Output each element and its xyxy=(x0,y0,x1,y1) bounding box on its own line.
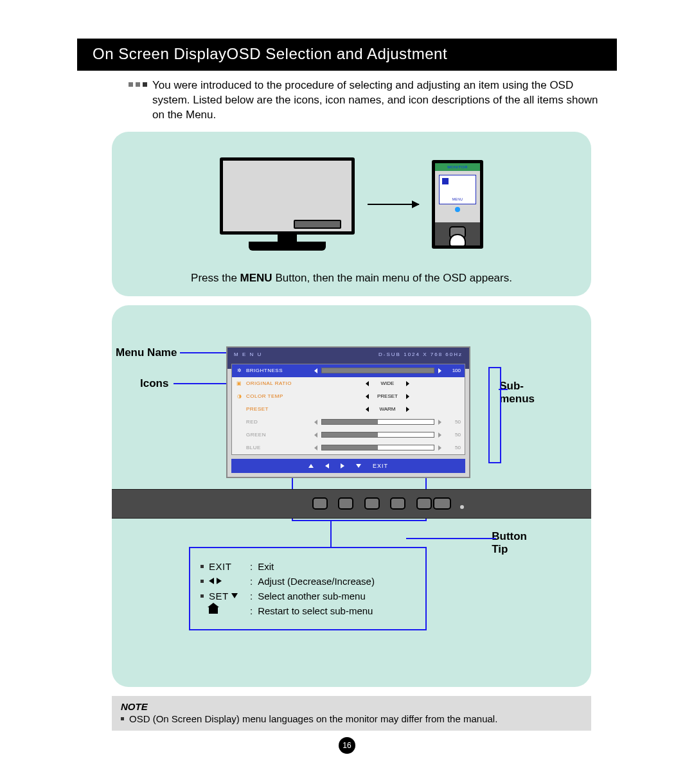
row-name: GREEN xyxy=(246,432,310,438)
arrow-icon xyxy=(368,204,419,205)
panel-osd-layout: Menu Name Icons Sub-menus ButtonTip M E … xyxy=(112,305,591,687)
arrow-up-icon xyxy=(308,464,314,468)
row-name: BLUE xyxy=(246,445,310,450)
row-control xyxy=(314,419,441,425)
intro-bullets-icon xyxy=(129,78,147,87)
row-value: 50 xyxy=(445,419,461,425)
row-icon: ◑ xyxy=(236,393,242,399)
monitor-button-row-icon xyxy=(294,220,341,229)
button-tip-box: EXIT : Exit : Adjust (Decrease/Increase)… xyxy=(189,547,427,630)
panel-press-menu: MONITOR MENU Press the MENU Button, then… xyxy=(112,132,591,296)
grid-icon xyxy=(442,178,449,184)
row-name: COLOR TEMP xyxy=(246,393,310,399)
row-value: 100 xyxy=(445,368,461,373)
row-control: PRESET xyxy=(314,393,461,399)
hardware-button-icon xyxy=(364,497,380,510)
row-icon: ✲ xyxy=(236,368,242,373)
osd-row: PRESETWARM xyxy=(232,403,465,416)
monitor-illustration xyxy=(220,157,355,251)
row-value: PRESET xyxy=(373,393,402,399)
note-block: NOTE OSD (On Screen Display) menu langua… xyxy=(112,696,591,731)
osd-row: GREEN50 xyxy=(232,429,465,441)
hardware-button-icon xyxy=(338,497,353,510)
finger-press-icon xyxy=(449,234,466,247)
osd-signal-info: D-SUB 1024 X 768 60Hz xyxy=(378,352,463,357)
row-control xyxy=(314,445,441,450)
osd-row: ✲BRIGHTNESS100 xyxy=(232,364,465,377)
row-value: 50 xyxy=(445,445,461,450)
row-icon: ▣ xyxy=(236,380,242,386)
row-value: WIDE xyxy=(373,380,402,386)
osd-footer-controls: EXIT xyxy=(231,459,465,473)
monitor-bezel xyxy=(112,489,591,519)
hardware-button-icon xyxy=(312,497,328,510)
row-name: BRIGHTNESS xyxy=(246,368,310,373)
press-instruction: Press the MENU Button, then the main men… xyxy=(126,272,577,285)
row-control xyxy=(314,432,441,438)
power-led-icon xyxy=(460,505,464,509)
home-icon xyxy=(209,607,218,614)
row-name: RED xyxy=(246,419,310,425)
tip-exit-value: Exit xyxy=(258,561,274,572)
row-control: WARM xyxy=(314,406,461,412)
callout-menu-name: Menu Name xyxy=(116,346,177,359)
triangle-left-icon xyxy=(209,578,214,584)
note-heading: NOTE xyxy=(121,701,582,712)
row-control: WIDE xyxy=(314,380,461,386)
monitor-zoom-illustration: MONITOR MENU xyxy=(432,160,483,249)
arrow-right-icon xyxy=(341,463,344,468)
osd-row: ▣ORIGINAL RATIOWIDE xyxy=(232,377,465,390)
osd-row: BLUE50 xyxy=(232,441,465,454)
zoom-header: MONITOR xyxy=(435,163,480,171)
callout-submenus: Sub-menus xyxy=(499,380,535,405)
hardware-button-icon xyxy=(433,497,451,510)
row-name: PRESET xyxy=(246,406,310,412)
triangle-right-icon xyxy=(217,578,222,584)
osd-row: RED50 xyxy=(232,416,465,429)
note-text: OSD (On Screen Display) menu languages o… xyxy=(129,713,497,724)
arrow-left-icon xyxy=(325,463,329,468)
tip-set-value: Select another sub-menu xyxy=(258,591,366,601)
row-name: ORIGINAL RATIO xyxy=(246,380,310,386)
zoom-menu-label: MENU xyxy=(442,197,473,201)
page-number: 16 xyxy=(339,737,355,754)
triangle-down-icon xyxy=(231,593,238,598)
tip-adjust-value: Adjust (Decrease/Increase) xyxy=(258,576,375,587)
callout-button-tip: ButtonTip xyxy=(492,530,527,556)
arrow-down-icon xyxy=(356,464,361,468)
osd-row: ◑COLOR TEMPPRESET xyxy=(232,390,465,403)
osd-window: M E N U D-SUB 1024 X 768 60Hz ✲BRIGHTNES… xyxy=(226,346,470,478)
osd-menu-label: M E N U xyxy=(234,352,262,357)
callout-icons: Icons xyxy=(140,377,168,390)
row-value: 50 xyxy=(445,432,461,438)
intro-paragraph: You were introduced to the procedure of … xyxy=(77,71,617,129)
osd-exit-label: EXIT xyxy=(373,463,388,469)
page-title: On Screen DisplayOSD Selection and Adjus… xyxy=(77,39,617,71)
row-value: WARM xyxy=(373,406,402,412)
indicator-dot-icon xyxy=(455,207,460,212)
tip-exit-key: EXIT xyxy=(209,561,245,572)
row-control xyxy=(314,368,441,373)
tip-restart-value: Restart to select sub-menu xyxy=(258,605,373,616)
hardware-button-icon xyxy=(390,497,405,510)
